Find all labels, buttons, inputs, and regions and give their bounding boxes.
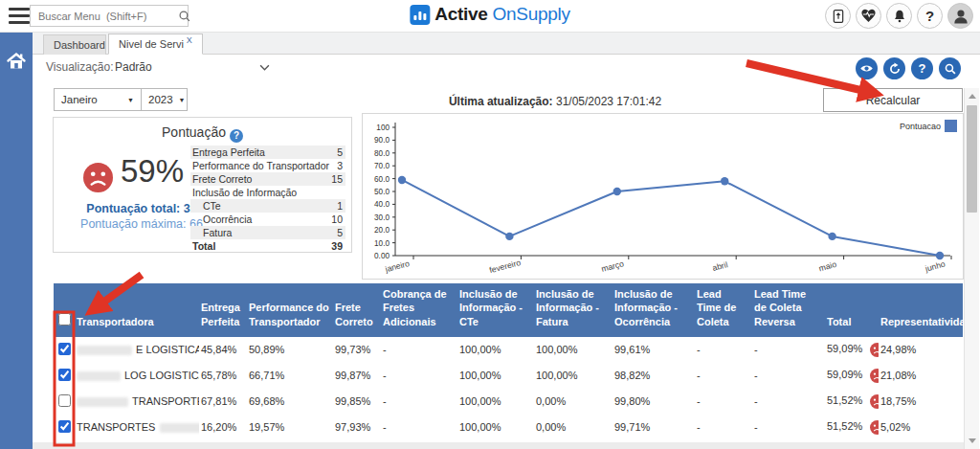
recalculate-button[interactable]: Recalcular — [823, 88, 963, 112]
table-row: LOG LOGISTICA E TR... 65,78%66,71%99,87%… — [54, 363, 963, 389]
recalculate-label: Recalcular — [866, 94, 921, 107]
column-header: Transportadora — [77, 316, 154, 327]
logo-text-onsupply: OnSupply — [493, 4, 570, 25]
redacted-text — [77, 397, 128, 407]
year-select[interactable]: 2023 ▼ — [141, 88, 188, 111]
row-checkbox[interactable] — [58, 343, 71, 355]
visualizacao-value: Padrão — [115, 60, 152, 74]
score-row: Total39 — [190, 239, 345, 253]
score-card-title: Pontuação? — [54, 124, 351, 143]
refresh-icon — [888, 62, 902, 76]
score-row: Inclusão de Informação — [190, 186, 345, 199]
hamburger-menu-icon[interactable] — [9, 8, 30, 24]
tab-close-icon[interactable]: X — [187, 35, 192, 45]
dropdown-caret-icon: ▼ — [127, 97, 134, 103]
select-all-checkbox[interactable] — [58, 313, 71, 326]
svg-text:90.0: 90.0 — [374, 136, 390, 145]
svg-text:janeiro: janeiro — [383, 258, 411, 275]
row-checkbox[interactable] — [58, 394, 71, 407]
column-header: Lead Time de Coleta — [697, 288, 736, 327]
dropdown-caret-icon: ▼ — [179, 97, 186, 103]
health-status-button[interactable] — [856, 3, 881, 29]
notifications-button[interactable] — [886, 3, 912, 29]
column-header: Lead Time de Coleta Reversa — [754, 288, 806, 327]
logo-bars-icon — [410, 5, 430, 25]
svg-text:80.0: 80.0 — [374, 149, 390, 158]
sad-face-icon — [870, 420, 879, 435]
eye-icon — [859, 61, 874, 76]
left-sidebar — [0, 33, 33, 449]
sad-face-icon — [83, 163, 113, 192]
heart-pulse-icon — [860, 8, 877, 24]
logo-text-active: Active — [434, 4, 487, 25]
chart-legend: Pontuacao — [900, 120, 957, 132]
last-update-value: 31/05/2023 17:01:42 — [556, 95, 661, 108]
scroll-up-icon[interactable] — [969, 94, 976, 99]
chevron-down-icon — [259, 64, 270, 71]
score-row: Ocorrência10 — [190, 213, 345, 226]
bottom-strip — [33, 442, 964, 449]
legend-label: Pontuacao — [900, 122, 941, 131]
score-row: Frete Correto15 — [190, 172, 345, 186]
redacted-text — [160, 423, 199, 433]
table-row: TRANSPORTES ... 16,20%19,57%97,93%-100,0… — [54, 415, 963, 440]
svg-text:fevereiro: fevereiro — [488, 258, 522, 275]
tab-dashboard-label: Dashboard — [54, 39, 105, 51]
svg-text:abril: abril — [711, 259, 728, 273]
tab-dashboard[interactable]: Dashboard — [43, 34, 106, 55]
sad-face-icon — [870, 343, 879, 357]
svg-text:março: março — [600, 258, 625, 274]
panel-action-icons: ? — [856, 57, 961, 79]
sad-face-icon — [870, 369, 879, 383]
menu-search — [30, 5, 189, 27]
vertical-scrollbar[interactable] — [964, 88, 979, 449]
help-icon[interactable]: ? — [230, 129, 243, 143]
visualizacao-select[interactable]: Padrão — [115, 58, 270, 76]
sad-face-icon — [870, 394, 879, 409]
svg-text:0.00: 0.00 — [374, 252, 390, 260]
column-header: Performance do Transportador — [249, 302, 329, 326]
svg-text:20.0: 20.0 — [374, 226, 390, 235]
tab-nivel-de-servico[interactable]: Nivel de Servi X — [108, 34, 203, 55]
home-icon[interactable] — [5, 50, 28, 73]
tab-strip: Dashboard Nivel de Servi X X — [33, 33, 980, 55]
legend-swatch — [945, 120, 957, 132]
svg-text:60.0: 60.0 — [374, 175, 390, 184]
svg-text:30.0: 30.0 — [374, 213, 390, 222]
scrollbar-thumb[interactable] — [967, 105, 977, 213]
svg-text:maio: maio — [818, 259, 838, 274]
svg-text:10.0: 10.0 — [374, 239, 390, 248]
question-mark-icon: ? — [919, 61, 926, 76]
file-upload-icon — [831, 9, 846, 24]
score-row: Entrega Perfeita5 — [190, 146, 345, 159]
score-card: Pontuação? 59% Pontuação total: 39 Pontu… — [53, 117, 352, 253]
last-update-label: Última atualização: — [449, 95, 553, 108]
user-avatar[interactable] — [947, 3, 973, 29]
row-checkbox[interactable] — [58, 420, 71, 433]
column-header: Inclusão de Informação - CTe — [459, 288, 523, 327]
table-row: TRANSPORTES EIRELI 67,81%69,68%99,85%-10… — [54, 389, 963, 415]
refresh-button[interactable] — [883, 57, 905, 79]
row-checkbox[interactable] — [58, 369, 71, 381]
month-select[interactable]: Janeiro ▼ — [54, 88, 142, 111]
tab-active-label: Nivel de Servi — [119, 38, 184, 50]
column-header: Entrega Perfeita — [201, 302, 240, 326]
search-panel-button[interactable] — [939, 57, 961, 79]
svg-text:100: 100 — [376, 123, 390, 132]
export-file-button[interactable] — [825, 3, 851, 29]
top-bar: Active OnSupply ? — [0, 0, 980, 33]
column-header: Frete Correto — [335, 302, 373, 326]
score-line-chart-panel: 10090.080.070.060.050.040.030.020.010.00… — [362, 113, 964, 280]
search-icon — [178, 10, 191, 23]
redacted-text — [77, 371, 121, 381]
person-icon — [951, 7, 970, 26]
help-button[interactable]: ? — [917, 3, 943, 29]
scroll-down-icon[interactable] — [969, 438, 976, 443]
topbar-icon-group: ? — [825, 3, 973, 29]
question-mark-icon: ? — [925, 8, 934, 24]
search-input[interactable] — [31, 11, 178, 22]
help-panel-button[interactable]: ? — [911, 57, 933, 79]
preview-button[interactable] — [856, 57, 878, 79]
carrier-table: Transportadora Entrega Perfeita Performa… — [54, 283, 963, 440]
year-value: 2023 — [148, 94, 173, 105]
